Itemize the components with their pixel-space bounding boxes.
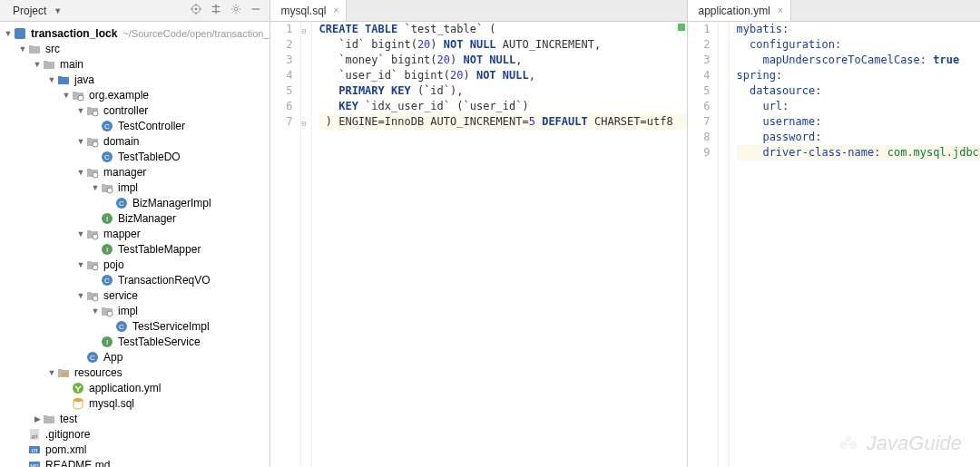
code-line[interactable]: spring:	[737, 68, 980, 83]
code-line[interactable]: CREATE TABLE `test_table` (	[319, 22, 687, 37]
arrow-icon[interactable]: ▼	[33, 60, 42, 69]
arrow-icon[interactable]: ▼	[47, 75, 56, 84]
code-line[interactable]: password:	[737, 130, 980, 145]
arrow-icon[interactable]: ▼	[18, 44, 27, 54]
tab-application-yml[interactable]: application.yml ×	[688, 0, 791, 21]
tree-item[interactable]: ▼controller	[0, 102, 270, 118]
tree-item[interactable]: CTestServiceImpl	[0, 318, 270, 334]
code-line[interactable]: url:	[737, 99, 980, 114]
editor-area: mysql.sql × 1234567 ⊟⊟ CREATE TABLE `tes…	[270, 0, 980, 467]
code-line[interactable]: ) ENGINE=InnoDB AUTO_INCREMENT=5 DEFAULT…	[319, 114, 687, 130]
tree-item[interactable]: git.gitignore	[0, 426, 270, 442]
expand-icon[interactable]	[210, 3, 222, 18]
tree-root[interactable]: ▼ transaction_lock ~/SourceCode/open/tra…	[0, 25, 270, 41]
tree-item[interactable]: MDREADME.md	[0, 457, 270, 467]
tree-item[interactable]: ▼src	[0, 41, 270, 56]
chevron-down-icon[interactable]: ▼	[54, 6, 62, 15]
svg-text:I: I	[106, 246, 108, 254]
tree-item[interactable]: ▼domain	[0, 133, 270, 149]
tree-item[interactable]: ▼java	[0, 72, 270, 87]
tree-item[interactable]: mysql.sql	[0, 395, 270, 411]
code-line[interactable]: `user_id` bigint(20) NOT NULL,	[319, 68, 687, 83]
tree-label: BizManager	[118, 212, 176, 225]
line-number: 2	[688, 37, 710, 53]
arrow-icon[interactable]: ▼	[76, 260, 85, 269]
tree-label: TransactionReqVO	[118, 274, 211, 287]
arrow-icon[interactable]: ▼	[76, 229, 85, 238]
tree-label: mapper	[103, 228, 141, 240]
pkg-icon	[85, 227, 100, 241]
code-line[interactable]: mapUnderscoreToCamelCase: true	[737, 53, 980, 68]
code-line[interactable]: configuration:	[737, 37, 980, 53]
tree-label: impl	[118, 181, 138, 194]
pkg-icon	[85, 165, 100, 180]
line-number: 7	[688, 114, 710, 130]
project-tree[interactable]: ▼ transaction_lock ~/SourceCode/open/tra…	[0, 22, 270, 467]
tree-item[interactable]: ▼resources	[0, 365, 270, 380]
folder-icon	[42, 412, 56, 426]
close-icon[interactable]: ×	[778, 5, 783, 15]
locate-icon[interactable]	[190, 3, 202, 18]
md-icon: MD	[27, 458, 42, 468]
arrow-icon[interactable]: ▶	[33, 414, 42, 423]
code-lines-right[interactable]: mybatis: configuration: mapUnderscoreToC…	[730, 22, 980, 467]
arrow-icon[interactable]: ▼	[47, 368, 56, 377]
tree-item[interactable]: mpom.xml	[0, 442, 270, 457]
gutter-right: 123456789	[688, 22, 719, 467]
tree-item[interactable]: ▼main	[0, 56, 270, 72]
tree-item[interactable]: CTestController	[0, 118, 270, 133]
gutter-left: 1234567	[270, 22, 301, 467]
tree-item[interactable]: ▼org.example	[0, 87, 270, 102]
tree-item[interactable]: ▼service	[0, 287, 270, 303]
tree-item[interactable]: application.yml	[0, 380, 270, 395]
tree-item[interactable]: IBizManager	[0, 210, 270, 226]
tree-item[interactable]: ITestTableMapper	[0, 241, 270, 257]
fold-end-icon[interactable]: ⊟	[302, 116, 307, 131]
tree-label: pom.xml	[45, 443, 86, 456]
arrow-icon[interactable]: ▼	[76, 106, 85, 115]
line-number: 3	[270, 53, 293, 68]
tree-label: resources	[74, 366, 122, 379]
tree-label: manager	[103, 166, 146, 179]
module-icon	[13, 26, 27, 41]
svg-point-26	[93, 234, 98, 239]
code-line[interactable]: PRIMARY KEY (`id`),	[319, 83, 687, 99]
minimize-icon[interactable]	[250, 3, 262, 18]
code-line[interactable]: `id` bigint(20) NOT NULL AUTO_INCREMENT,	[319, 37, 687, 53]
tree-item[interactable]: ▼mapper	[0, 226, 270, 241]
code-area-left[interactable]: 1234567 ⊟⊟ CREATE TABLE `test_table` ( `…	[270, 22, 687, 467]
tree-item[interactable]: CBizManagerImpl	[0, 195, 270, 210]
tree-item[interactable]: ▼pojo	[0, 257, 270, 272]
tree-item[interactable]: ▼impl	[0, 303, 270, 318]
tree-item[interactable]: CTransactionReqVO	[0, 272, 270, 287]
tree-item[interactable]: CTestTableDO	[0, 149, 270, 164]
code-lines-left[interactable]: CREATE TABLE `test_table` ( `id` bigint(…	[312, 22, 687, 467]
arrow-icon[interactable]: ▼	[91, 306, 100, 316]
arrow-down-icon[interactable]: ▼	[4, 29, 13, 38]
code-line[interactable]: mybatis:	[737, 22, 980, 37]
close-icon[interactable]: ×	[334, 5, 339, 15]
arrow-icon[interactable]: ▼	[62, 91, 71, 100]
sidebar-title[interactable]: Project	[13, 5, 46, 17]
svg-text:git: git	[32, 433, 38, 439]
code-area-right[interactable]: 123456789 mybatis: configuration: mapUnd…	[688, 22, 980, 467]
svg-text:m: m	[32, 446, 38, 454]
code-line[interactable]: `money` bigint(20) NOT NULL,	[319, 53, 687, 68]
arrow-icon[interactable]: ▼	[91, 183, 100, 192]
tab-mysql-sql[interactable]: mysql.sql ×	[270, 0, 348, 21]
code-line[interactable]: datasource:	[737, 83, 980, 99]
svg-point-32	[93, 296, 98, 301]
code-line[interactable]: username:	[737, 114, 980, 130]
tree-item[interactable]: ITestTableService	[0, 334, 270, 349]
tree-item[interactable]: CApp	[0, 349, 270, 365]
fold-icon[interactable]: ⊟	[302, 24, 307, 39]
code-line[interactable]: driver-class-name: com.mysql.jdbc.Driver	[737, 145, 980, 161]
gear-icon[interactable]	[230, 3, 242, 18]
code-line[interactable]: KEY `idx_user_id` (`user_id`)	[319, 99, 687, 114]
tree-item[interactable]: ▶test	[0, 411, 270, 426]
arrow-icon[interactable]: ▼	[76, 137, 85, 146]
arrow-icon[interactable]: ▼	[76, 168, 85, 177]
tree-item[interactable]: ▼impl	[0, 180, 270, 195]
tree-item[interactable]: ▼manager	[0, 164, 270, 180]
arrow-icon[interactable]: ▼	[76, 291, 85, 300]
